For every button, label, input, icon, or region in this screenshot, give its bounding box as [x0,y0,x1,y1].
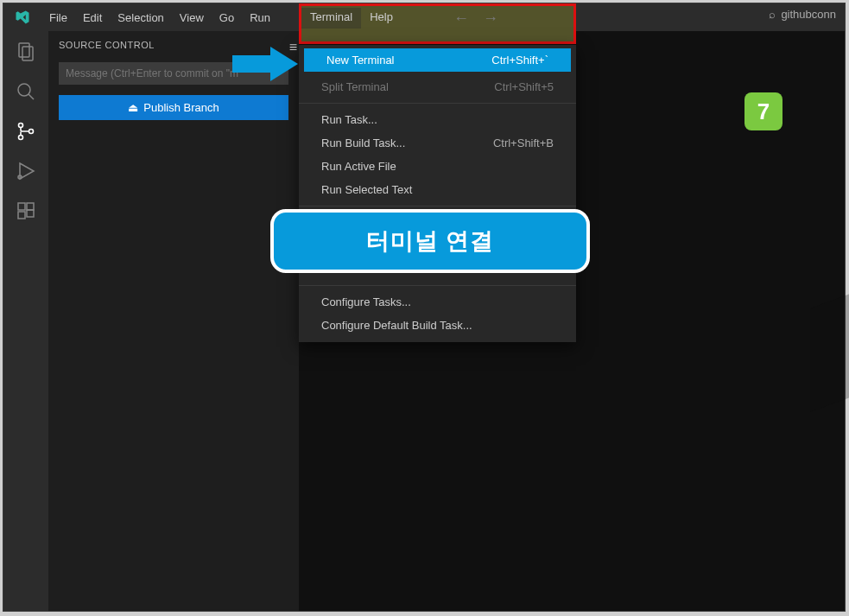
svg-rect-1 [22,47,33,60]
publish-branch-button[interactable]: ⏏ Publish Branch [59,95,288,120]
search-text: githubconn [781,8,836,21]
menu-configure-tasks[interactable]: Configure Tasks... [299,290,576,314]
menu-configure-default-build-task[interactable]: Configure Default Build Task... [299,314,576,337]
menu-file[interactable]: File [41,6,75,29]
cloud-upload-icon: ⏏ [128,101,138,114]
menu-run-active-file[interactable]: Run Active File [299,155,576,178]
arrow-annotation [232,45,298,86]
menu-run-task[interactable]: Run Task... [299,108,576,131]
svg-rect-12 [232,55,270,73]
svg-point-5 [19,136,23,140]
menu-selection[interactable]: Selection [110,6,171,29]
menu-items: File Edit Selection View Go Run [41,6,278,29]
menu-separator [299,285,576,286]
menu-help[interactable]: Help [361,8,402,29]
sidebar: SOURCE CONTROL ≡ ⏏ Publish Branch [48,31,299,611]
menu-go[interactable]: Go [212,6,242,29]
source-control-icon[interactable] [14,119,38,143]
menu-run-build-task[interactable]: Run Build Task... Ctrl+Shift+B [299,131,576,155]
shortcut-text: Ctrl+Shift+5 [494,80,554,93]
menu-edit[interactable]: Edit [75,6,110,29]
nav-arrows: ← → [453,8,498,29]
terminal-dropdown: New Terminal Ctrl+Shift+` Split Terminal… [299,45,576,342]
nav-forward-icon[interactable]: → [483,10,498,28]
svg-point-6 [29,130,34,134]
decorative-shape [810,289,849,412]
search-activity-icon[interactable] [14,79,38,104]
svg-marker-13 [270,47,298,81]
nav-back-icon[interactable]: ← [453,10,469,28]
svg-line-3 [29,94,34,99]
menu-highlight-zone: Terminal Help ← → [299,3,576,44]
debug-icon[interactable] [14,159,38,183]
menu-new-terminal[interactable]: New Terminal Ctrl+Shift+` [304,48,571,72]
menu-separator [299,206,576,206]
svg-point-2 [18,84,30,96]
explorer-icon[interactable] [14,40,38,64]
activity-bar [3,31,48,611]
menu-separator [299,103,576,104]
search-icon: ⌕ [769,8,776,21]
vscode-logo-icon [10,5,35,29]
shortcut-text: Ctrl+Shift+B [493,137,554,149]
menu-split-terminal[interactable]: Split Terminal Ctrl+Shift+5 [299,75,576,98]
svg-point-4 [19,124,23,128]
svg-rect-11 [27,210,34,217]
menu-terminal[interactable]: Terminal [301,8,361,29]
search-area[interactable]: ⌕ githubconn [769,8,836,21]
shortcut-text: Ctrl+Shift+` [491,54,548,67]
svg-rect-10 [18,212,25,219]
menu-run[interactable]: Run [242,6,278,29]
svg-rect-8 [18,203,25,210]
extensions-icon[interactable] [14,199,38,223]
svg-rect-0 [19,43,29,57]
menu-run-selected-text[interactable]: Run Selected Text [299,178,576,201]
menu-view[interactable]: View [172,6,212,29]
svg-rect-9 [27,203,34,210]
terminal-callout: 터미널 연결 [270,209,590,273]
publish-label: Publish Branch [143,101,219,114]
step-badge: 7 [744,92,782,130]
